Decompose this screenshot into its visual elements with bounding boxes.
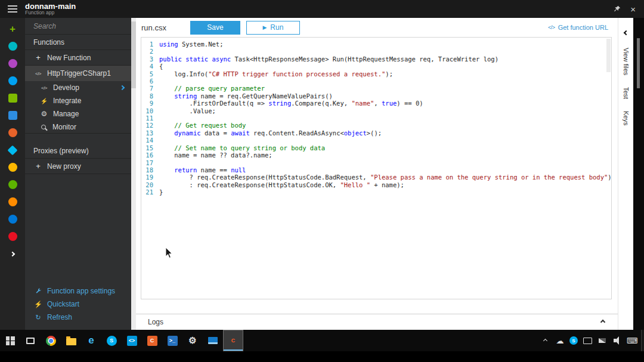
close-icon[interactable]: × [630, 5, 636, 14]
sidebar-item-develop[interactable]: </>Develop [25, 81, 131, 94]
code-token: ) == 0) [397, 100, 423, 107]
sidebar-item-label: HttpTriggerCSharp1 [47, 69, 111, 78]
taskbar-app-powershell[interactable]: >_ [162, 330, 182, 351]
sidebar-item-new-function[interactable]: +New Function [25, 50, 131, 66]
code-token: await [231, 129, 250, 137]
code-token: name = req.GetQueryNameValuePairs() [197, 92, 333, 100]
rail-item-new[interactable]: + [0, 20, 25, 38]
show-desktop-button[interactable] [641, 330, 644, 351]
rail-item-service-6[interactable] [0, 124, 25, 141]
taskbar-app-settings[interactable]: ⚙ [182, 330, 203, 351]
chevron-up-icon [543, 338, 547, 342]
save-button[interactable]: Save [190, 21, 240, 35]
get-function-url-link[interactable]: </> Get function URL [548, 24, 608, 31]
taskbar-app-edge[interactable]: e [81, 330, 101, 351]
rail-item-service-7[interactable] [0, 141, 25, 159]
rail-item-service-2[interactable] [0, 55, 25, 72]
rail-item-more[interactable] [0, 245, 25, 262]
sidebar-item-label: Develop [53, 83, 79, 92]
code-editor[interactable]: 1using System.Net;23public static async … [141, 37, 612, 299]
code-line: 10 .Value; [141, 107, 611, 115]
right-rail-tabs: View filesTestKeys [623, 48, 630, 126]
sidebar-item-integrate[interactable]: ⚡Integrate [25, 94, 131, 107]
code-token [159, 166, 174, 174]
rail-item-service-9[interactable] [0, 176, 25, 193]
sidebar-item-proxies[interactable]: Proxies (preview) [25, 143, 131, 159]
taskbar-app-chrome[interactable] [41, 330, 61, 351]
hamburger-menu-icon[interactable] [0, 0, 25, 18]
tray-network-icon[interactable] [597, 335, 608, 346]
tray-skype-tray-icon[interactable]: S [569, 336, 578, 345]
sidebar: Functions+New Function</>HttpTriggerCSha… [25, 18, 131, 330]
code-token: name == [197, 166, 231, 174]
line-number: 12 [141, 122, 159, 129]
taskbar-app-recorder[interactable]: C [223, 330, 243, 351]
page-scrollbar[interactable] [633, 18, 644, 330]
sidebar-footer: Function app settings⚡Quickstart↻Refresh [25, 284, 131, 324]
scrollbar-thumb[interactable] [131, 21, 136, 88]
tray-onedrive-icon[interactable]: ☁ [555, 335, 565, 346]
rail-item-service-1[interactable] [0, 38, 25, 55]
sidebar-item-monitor[interactable]: Monitor [25, 120, 131, 134]
sidebar-link-function-app-settings[interactable]: Function app settings [25, 284, 131, 298]
sidebar-link-label: Quickstart [47, 300, 79, 308]
rail-item-service-4[interactable] [0, 89, 25, 107]
rail-item-service-12[interactable] [0, 228, 25, 245]
service-8-icon [8, 163, 17, 172]
taskbar-app-vscode[interactable]: <> [122, 330, 142, 351]
sidebar-link-refresh[interactable]: ↻Refresh [25, 311, 131, 324]
sidebar-item-manage[interactable]: ⚙Manage [25, 107, 131, 120]
taskbar-app-file-explorer[interactable] [61, 330, 81, 351]
sidebar-item-httptriggercsharp1[interactable]: </>HttpTriggerCSharp1 [25, 66, 131, 81]
sidebar-link-quickstart[interactable]: ⚡Quickstart [25, 298, 131, 311]
page-scrollbar-thumb[interactable] [637, 38, 640, 88]
taskbar-app-start[interactable] [0, 330, 20, 351]
taskbar-app-app-c[interactable]: C [142, 330, 162, 351]
code-token [159, 122, 174, 129]
logs-bar[interactable]: Logs [136, 314, 618, 330]
search-input[interactable] [33, 22, 123, 30]
taskbar-app-skype[interactable]: S [101, 330, 122, 351]
tab-test[interactable]: Test [623, 87, 630, 99]
tray-keyboard-icon[interactable]: ⌨ [627, 335, 637, 346]
taskbar-app-task-view[interactable] [20, 330, 41, 351]
tray-volume-icon[interactable] [612, 335, 623, 346]
sidebar-scrollbar[interactable] [131, 18, 136, 330]
rail-item-service-3[interactable] [0, 72, 25, 89]
code-token [159, 85, 174, 92]
tab-view-files[interactable]: View files [623, 48, 630, 75]
taskbar-tray: ☁S⌨ [540, 330, 641, 351]
sidebar-item-label: Proxies (preview) [33, 147, 89, 155]
rail-item-service-10[interactable] [0, 193, 25, 211]
code-icon: </> [548, 24, 555, 30]
line-number: 11 [141, 115, 159, 122]
play-icon: ▶ [262, 24, 267, 30]
rail-item-service-5[interactable] [0, 107, 25, 124]
collapse-panel-icon[interactable] [623, 30, 628, 35]
chevron-right-icon [10, 251, 15, 256]
code-token: , [374, 100, 382, 107]
editor-scrollbar-thumb[interactable] [606, 39, 611, 72]
code-text: string name = req.GetQueryNameValuePairs… [159, 92, 333, 100]
pin-icon[interactable] [614, 5, 621, 13]
code-token [159, 129, 174, 137]
taskbar-app-monitor-app[interactable] [203, 330, 223, 351]
tray-display-icon[interactable] [582, 335, 593, 346]
service-12-icon [8, 232, 17, 241]
rail-item-service-11[interactable] [0, 211, 25, 228]
run-button[interactable]: ▶ Run [246, 21, 300, 35]
sidebar-item-new-proxy[interactable]: +New proxy [25, 159, 131, 174]
main-panel: run.csx Save ▶ Run </> Get function URL … [136, 18, 618, 330]
rail-item-service-8[interactable] [0, 159, 25, 176]
code-token: string [268, 100, 291, 107]
code-icon: </> [39, 85, 49, 91]
chevron-up-icon[interactable] [600, 320, 605, 324]
chevron-right-icon [120, 85, 125, 90]
service-3-icon [8, 76, 17, 85]
sidebar-item-functions[interactable]: Functions [25, 35, 131, 50]
code-text: { [159, 63, 163, 70]
service-6-icon [8, 128, 17, 137]
recorder-icon: C [228, 336, 239, 346]
tray-hidden-icons-icon[interactable] [540, 335, 550, 346]
tab-keys[interactable]: Keys [623, 111, 630, 125]
